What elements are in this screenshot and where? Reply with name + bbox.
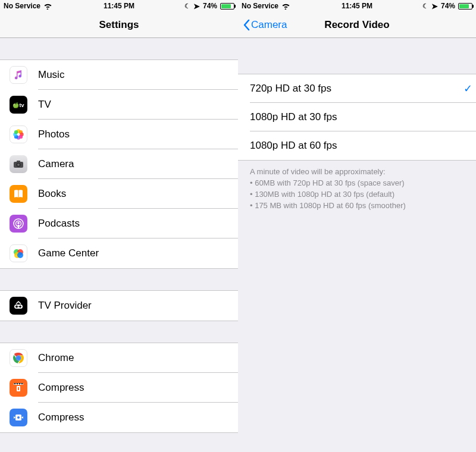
gamecenter-icon [10, 244, 27, 262]
settings-row-chrome[interactable]: Chrome [0, 343, 238, 373]
section-gap [238, 38, 476, 74]
dnd-icon: ☾ [422, 2, 428, 10]
video-options-group: 720p HD at 30 fps✓1080p HD at 30 fps1080… [238, 74, 476, 161]
settings-nav: Settings [0, 12, 238, 38]
wifi-icon [43, 3, 52, 10]
settings-row-compress1[interactable]: Compress [0, 373, 238, 403]
row-label: Music [38, 69, 64, 81]
dnd-icon: ☾ [184, 2, 190, 10]
record-video-nav: Camera Record Video [238, 12, 476, 38]
settings-pane: No Service 11:45 PM ☾ ➤ 74% Settings Mus… [0, 0, 238, 452]
page-title: Settings [99, 19, 139, 31]
footer-line: • 60MB with 720p HD at 30 fps (space sav… [250, 178, 464, 189]
settings-group: TV Provider [0, 290, 238, 321]
option-label: 1080p HD at 30 fps [250, 111, 337, 123]
battery-pct: 74% [441, 2, 455, 10]
settings-row-camera[interactable]: Camera [0, 149, 238, 179]
section-gap [0, 269, 238, 290]
footer-line: • 175 MB with 1080p HD at 60 fps (smooth… [250, 200, 464, 212]
video-option[interactable]: 1080p HD at 60 fps [238, 131, 476, 160]
svg-text:🍏tv: 🍏tv [12, 102, 24, 109]
status-bar: No Service 11:45 PM ☾ ➤ 74% [238, 0, 476, 12]
location-icon: ➤ [431, 2, 438, 11]
settings-row-tv[interactable]: 🍏tvTV [0, 90, 238, 120]
settings-row-photos[interactable]: Photos [0, 120, 238, 149]
settings-row-gc[interactable]: Game Center [0, 238, 238, 268]
status-bar: No Service 11:45 PM ☾ ➤ 74% [0, 0, 238, 12]
svg-point-12 [17, 164, 20, 166]
footer-line: • 130MB with 1080p HD at 30 fps (default… [250, 189, 464, 200]
section-gap [0, 321, 238, 343]
svg-point-30 [17, 416, 20, 419]
camera-icon [10, 155, 27, 173]
footer-note: A minute of video will be approximately:… [238, 161, 476, 217]
carrier-text: No Service [4, 2, 40, 10]
battery-pct: 74% [203, 2, 217, 10]
svg-point-19 [17, 252, 23, 258]
podcasts-icon [10, 215, 27, 233]
location-icon: ➤ [193, 2, 200, 11]
settings-row-tvprovider[interactable]: TV Provider [0, 291, 238, 321]
tvprovider-icon [10, 297, 27, 315]
row-label: Camera [38, 158, 74, 170]
books-icon [10, 185, 27, 203]
row-label: Game Center [38, 247, 99, 259]
settings-group: ChromeCompressCompress [0, 343, 238, 433]
battery-icon [220, 3, 234, 10]
battery-icon [458, 3, 472, 10]
row-label: TV [38, 99, 51, 111]
footer-lead: A minute of video will be approximately: [250, 167, 464, 178]
music-icon [10, 66, 27, 84]
settings-row-podcasts[interactable]: Podcasts [0, 209, 238, 238]
row-label: Photos [38, 128, 70, 140]
video-option[interactable]: 720p HD at 30 fps✓ [238, 74, 476, 103]
wifi-icon [281, 3, 290, 10]
option-label: 1080p HD at 60 fps [250, 140, 337, 152]
video-option[interactable]: 1080p HD at 30 fps [238, 103, 476, 131]
settings-group: Music🍏tvTVPhotosCameraBooksPodcastsGame … [0, 59, 238, 269]
row-label: Podcasts [38, 218, 80, 230]
back-label: Camera [251, 19, 287, 31]
compress2-icon [10, 409, 27, 426]
compress1-icon [10, 379, 27, 397]
photos-icon [10, 125, 27, 143]
section-gap [0, 38, 238, 59]
svg-point-8 [14, 130, 18, 134]
record-video-pane: No Service 11:45 PM ☾ ➤ 74% Camera Recor… [238, 0, 476, 452]
row-label: Compress [38, 412, 84, 423]
svg-rect-28 [18, 387, 19, 390]
settings-row-music[interactable]: Music [0, 60, 238, 90]
page-title: Record Video [324, 19, 389, 31]
settings-row-books[interactable]: Books [0, 179, 238, 209]
svg-point-25 [17, 356, 20, 360]
checkmark-icon: ✓ [464, 82, 472, 95]
option-label: 720p HD at 30 fps [250, 83, 331, 95]
settings-row-compress2[interactable]: Compress [0, 403, 238, 432]
row-label: Chrome [38, 352, 74, 364]
status-time: 11:45 PM [342, 2, 372, 10]
row-label: Books [38, 188, 66, 200]
chrome-icon [10, 349, 27, 367]
carrier-text: No Service [242, 2, 278, 10]
svg-rect-10 [17, 161, 20, 162]
back-button[interactable]: Camera [243, 19, 287, 31]
tv-icon: 🍏tv [10, 96, 27, 114]
row-label: TV Provider [38, 300, 92, 312]
svg-point-21 [15, 306, 18, 308]
row-label: Compress [38, 382, 84, 394]
status-time: 11:45 PM [104, 2, 134, 10]
svg-point-15 [17, 222, 20, 224]
